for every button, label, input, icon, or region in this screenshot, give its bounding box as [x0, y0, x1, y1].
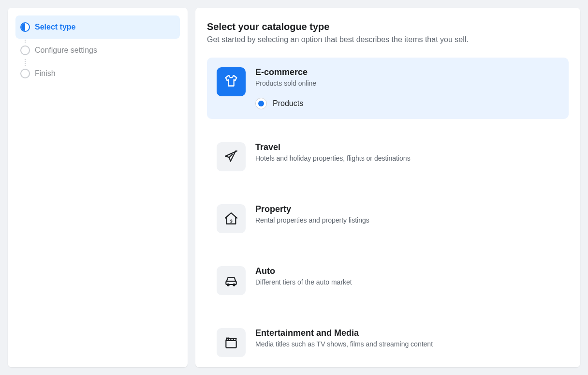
- car-icon: [217, 266, 246, 295]
- option-ecommerce[interactable]: E-commerce Products sold online Products: [207, 58, 569, 119]
- main-panel: Select your catalogue type Get started b…: [195, 8, 580, 367]
- option-property[interactable]: $ Property Rental properties and propert…: [207, 195, 569, 243]
- svg-rect-4: [226, 341, 236, 348]
- radio-products[interactable]: Products: [255, 98, 559, 109]
- option-desc: Media titles such as TV shows, films and…: [255, 340, 559, 348]
- step-finish[interactable]: Finish: [15, 62, 180, 85]
- option-desc: Different tiers of the auto market: [255, 278, 559, 286]
- radio-icon: [255, 98, 267, 109]
- radio-label: Products: [273, 99, 303, 108]
- option-desc: Products sold online: [255, 79, 559, 87]
- half-circle-icon: [20, 22, 30, 32]
- option-desc: Hotels and holiday properties, flights o…: [255, 154, 559, 162]
- empty-circle-icon: [20, 69, 30, 78]
- option-travel[interactable]: Travel Hotels and holiday properties, fl…: [207, 133, 569, 181]
- page-subtitle: Get started by selecting an option that …: [207, 35, 569, 44]
- tshirt-icon: [217, 67, 246, 96]
- option-title: Travel: [255, 142, 559, 152]
- option-title: Property: [255, 204, 559, 214]
- step-label: Configure settings: [35, 46, 97, 55]
- clapperboard-icon: [217, 328, 246, 357]
- house-icon: $: [217, 204, 246, 233]
- catalogue-type-options: E-commerce Products sold online Products…: [207, 58, 569, 375]
- option-title: Entertainment and Media: [255, 328, 559, 338]
- step-configure-settings[interactable]: Configure settings: [15, 39, 180, 62]
- option-title: Auto: [255, 266, 559, 276]
- step-select-type[interactable]: Select type: [15, 15, 180, 39]
- step-label: Select type: [35, 23, 75, 31]
- airplane-icon: [217, 142, 246, 171]
- step-label: Finish: [35, 69, 56, 78]
- empty-circle-icon: [20, 45, 30, 55]
- svg-text:$: $: [230, 219, 233, 224]
- option-title: E-commerce: [255, 67, 559, 77]
- option-auto[interactable]: Auto Different tiers of the auto market: [207, 256, 569, 305]
- option-desc: Rental properties and property listings: [255, 216, 559, 224]
- page-title: Select your catalogue type: [207, 21, 569, 32]
- option-entertainment[interactable]: Entertainment and Media Media titles suc…: [207, 318, 569, 367]
- wizard-sidebar: Select type Configure settings Finish: [8, 8, 188, 367]
